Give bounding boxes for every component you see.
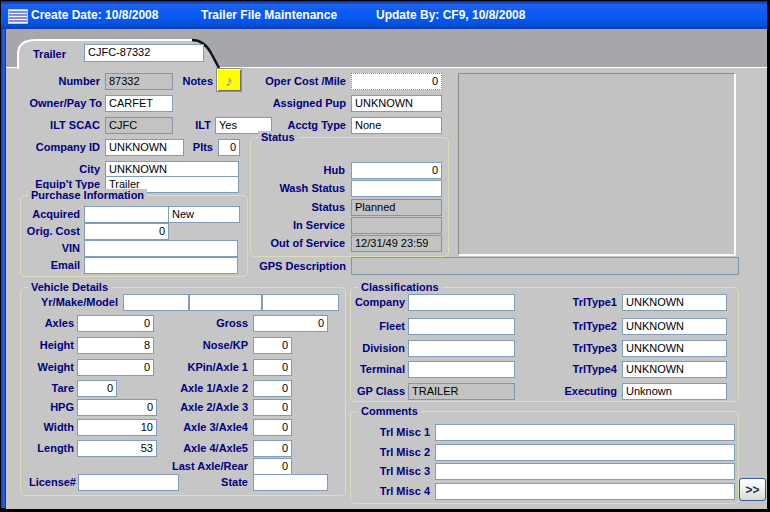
license-input[interactable] [78, 474, 179, 491]
gp-class-field: TRAILER [408, 383, 515, 400]
model-input[interactable] [262, 294, 339, 311]
vin-input[interactable] [84, 240, 238, 257]
assigned-pup-input[interactable]: UNKNOWN [351, 95, 442, 112]
last-axle-rear-label: Last Axle/Rear [148, 460, 248, 473]
nose-kp-label: Nose/KP [180, 339, 248, 352]
fleet-input[interactable] [408, 318, 515, 335]
hub-label: Hub [250, 164, 345, 177]
weight-input[interactable]: 0 [77, 359, 154, 376]
music-note-icon: ♪ [225, 73, 233, 88]
trl-misc-1-input[interactable] [435, 424, 735, 441]
ilt-scac-field: CJFC [105, 117, 173, 134]
trl-misc-3-input[interactable] [435, 463, 735, 480]
company-id-label: Company ID [20, 141, 100, 154]
status-field: Planned [351, 199, 442, 216]
trailer-id-input[interactable]: CJFC-87332 [84, 44, 204, 62]
gp-class-label: GP Class [350, 385, 405, 398]
trl-misc-2-label: Trl Misc 2 [360, 446, 430, 459]
trl-misc-4-label: Trl Misc 4 [360, 485, 430, 498]
axles-input[interactable]: 0 [77, 315, 154, 332]
trailer-tab-label: Trailer [33, 48, 66, 60]
nose-kp-input[interactable]: 0 [253, 337, 292, 354]
status-group-title: Status [258, 131, 298, 143]
hub-input[interactable]: 0 [351, 162, 442, 179]
orig-cost-input[interactable]: 0 [84, 223, 169, 240]
axles-label: Axles [14, 317, 74, 330]
app-icon [8, 9, 28, 24]
length-input[interactable]: 53 [77, 440, 157, 457]
gps-description-label: GPS Description [248, 260, 346, 273]
acquired-input[interactable] [84, 206, 169, 223]
trltype1-input[interactable]: UNKNOWN [622, 294, 727, 311]
trltype4-label: TrlType4 [560, 363, 617, 376]
window-title: Trailer File Maintenance [201, 8, 337, 22]
fleet-label: Fleet [350, 320, 405, 333]
company-input[interactable] [408, 294, 515, 311]
state-input[interactable] [253, 474, 328, 491]
company-id-input[interactable]: UNKNOWN [105, 139, 184, 156]
terminal-input[interactable] [408, 361, 515, 378]
yr-make-model-label: Yr/Make/Model [20, 296, 118, 309]
width-input[interactable]: 10 [77, 419, 157, 436]
oper-cost-mile-input[interactable]: 0 [351, 73, 442, 90]
ilt-label: ILT [183, 119, 211, 132]
division-label: Division [350, 342, 405, 355]
last-axle-rear-input[interactable]: 0 [253, 458, 292, 475]
tare-input[interactable]: 0 [77, 380, 117, 397]
notes-button[interactable]: ♪ [217, 69, 241, 91]
orig-cost-label: Orig. Cost [18, 225, 80, 238]
more-button[interactable]: >> [739, 478, 766, 501]
executing-input[interactable]: Unknown [622, 383, 727, 400]
company-label: Company [350, 296, 405, 309]
axle2-axle3-input[interactable]: 0 [253, 399, 292, 416]
axle3-axle4-input[interactable]: 0 [253, 419, 292, 436]
kpin-axle1-label: KPin/Axle 1 [168, 361, 248, 374]
number-field: 87332 [105, 73, 173, 90]
height-input[interactable]: 8 [77, 337, 154, 354]
vin-label: VIN [20, 242, 80, 255]
notes-label: Notes [170, 75, 213, 88]
purchase-group-title: Purchase Information [28, 189, 147, 201]
owner-pay-to-input[interactable]: CARFET [105, 95, 173, 112]
gross-input[interactable]: 0 [253, 315, 328, 332]
oper-cost-mile-label: Oper Cost /Mile [250, 75, 346, 88]
app-window: Create Date: 10/8/2008 Trailer File Main… [0, 0, 770, 512]
trltype2-label: TrlType2 [560, 320, 617, 333]
title-bar: Create Date: 10/8/2008 Trailer File Main… [1, 1, 767, 29]
height-label: Height [14, 339, 74, 352]
make-input[interactable] [189, 294, 262, 311]
email-label: Email [20, 259, 80, 272]
division-input[interactable] [408, 340, 515, 357]
axle3-axle4-label: Axle 3/Axle4 [158, 421, 248, 434]
city-label: City [20, 163, 100, 176]
classifications-group-title: Classifications [358, 281, 442, 293]
trl-misc-1-label: Trl Misc 1 [360, 426, 430, 439]
gross-label: Gross [180, 317, 248, 330]
plts-input[interactable]: 0 [218, 139, 240, 156]
axle4-axle5-input[interactable]: 0 [253, 440, 292, 457]
weight-label: Weight [14, 361, 74, 374]
acctg-type-input[interactable]: None [351, 117, 442, 134]
state-label: State [180, 476, 248, 489]
create-date-text: Create Date: 10/8/2008 [31, 8, 158, 22]
trl-misc-2-input[interactable] [435, 444, 735, 461]
trltype4-input[interactable]: UNKNOWN [622, 361, 727, 378]
wash-status-input[interactable] [351, 180, 442, 197]
hpg-input[interactable]: 0 [77, 399, 157, 416]
trl-misc-4-input[interactable] [435, 483, 735, 500]
length-label: Length [14, 442, 74, 455]
status-label: Status [250, 201, 345, 214]
trl-misc-3-label: Trl Misc 3 [360, 465, 430, 478]
acquired-label: Acquired [20, 208, 80, 221]
wash-status-label: Wash Status [250, 182, 345, 195]
owner-pay-to-label: Owner/Pay To [18, 97, 102, 110]
trltype2-input[interactable]: UNKNOWN [622, 318, 727, 335]
trltype3-input[interactable]: UNKNOWN [622, 340, 727, 357]
gps-description-field [351, 257, 739, 275]
in-service-label: In Service [250, 219, 345, 232]
yr-input[interactable] [123, 294, 189, 311]
acquired-condition-input[interactable]: New [168, 206, 240, 223]
email-input[interactable] [84, 257, 238, 274]
axle1-axle2-input[interactable]: 0 [253, 380, 292, 397]
kpin-axle1-input[interactable]: 0 [253, 359, 292, 376]
